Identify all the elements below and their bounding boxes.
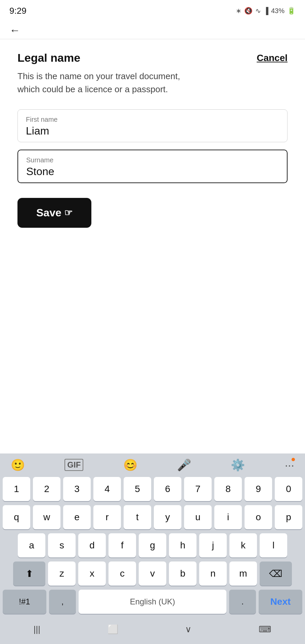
notification-dot — [292, 458, 295, 461]
gif-icon[interactable]: GIF — [64, 459, 83, 471]
key-s[interactable]: s — [48, 533, 76, 557]
comma-key[interactable]: , — [49, 590, 76, 614]
key-p[interactable]: p — [275, 505, 302, 529]
sym-key[interactable]: !#1 — [3, 590, 46, 614]
sticker-icon[interactable]: 🙂 — [11, 458, 25, 472]
page-description: This is the name on your travel document… — [17, 70, 192, 96]
battery-level: 43% — [271, 7, 285, 15]
key-c[interactable]: c — [108, 561, 136, 586]
key-d[interactable]: d — [78, 533, 106, 557]
wifi-icon: ∿ — [255, 7, 261, 15]
back-button[interactable]: ← — [9, 25, 20, 36]
key-0[interactable]: 0 — [275, 477, 302, 501]
surname-value: Stone — [26, 165, 54, 177]
next-label: Next — [270, 596, 291, 607]
key-u[interactable]: u — [184, 505, 212, 529]
mic-icon[interactable]: 🎤 — [177, 458, 191, 472]
key-j[interactable]: j — [199, 533, 227, 557]
key-m[interactable]: m — [229, 561, 257, 586]
key-k[interactable]: k — [229, 533, 257, 557]
key-a[interactable]: a — [18, 533, 45, 557]
cancel-button[interactable]: Cancel — [257, 51, 288, 63]
qwerty-row: q w e r t y u i o p — [3, 505, 302, 529]
key-v[interactable]: v — [139, 561, 166, 586]
content-area: Legal name Cancel This is the name on yo… — [0, 39, 305, 236]
status-time: 9:29 — [9, 6, 27, 16]
save-label: Save — [36, 207, 61, 219]
nav-keyboard-button[interactable]: ⌨ — [259, 624, 271, 635]
first-name-field[interactable]: First name Liam — [17, 109, 288, 142]
first-name-value: Liam — [26, 125, 49, 137]
key-o[interactable]: o — [245, 505, 272, 529]
nav-recents-button[interactable]: ∨ — [185, 624, 191, 635]
page-header: Legal name Cancel — [17, 51, 288, 64]
key-y[interactable]: y — [154, 505, 181, 529]
backspace-key[interactable]: ⌫ — [260, 561, 292, 586]
keyboard-rows: 1 2 3 4 5 6 7 8 9 0 q w e r t y u i o p … — [0, 475, 305, 586]
key-f[interactable]: f — [108, 533, 136, 557]
nav-bar: ← — [0, 20, 305, 39]
space-label: English (UK) — [130, 597, 175, 606]
signal-icon: ▐ — [264, 7, 268, 15]
key-8[interactable]: 8 — [214, 477, 242, 501]
surname-field[interactable]: Surname Stone — [17, 150, 288, 183]
key-r[interactable]: r — [93, 505, 121, 529]
bluetooth-icon: ∗ — [236, 7, 242, 15]
key-w[interactable]: w — [33, 505, 60, 529]
more-icon[interactable]: ··· — [285, 459, 294, 472]
keyboard: 🙂 GIF 😊 🎤 ⚙️ ··· 1 2 3 4 5 6 7 8 9 0 q w… — [0, 453, 305, 644]
key-9[interactable]: 9 — [245, 477, 272, 501]
period-key[interactable]: . — [229, 590, 256, 614]
emoji-icon[interactable]: 😊 — [123, 458, 137, 472]
form-fields: First name Liam Surname Stone — [17, 109, 288, 183]
cursor-icon: ☞ — [64, 207, 73, 218]
key-z[interactable]: z — [48, 561, 76, 586]
status-icons: ∗ 🔇 ∿ ▐ 43% 🔋 — [236, 7, 296, 15]
first-name-label: First name — [26, 116, 279, 123]
key-b[interactable]: b — [169, 561, 197, 586]
space-key[interactable]: English (UK) — [79, 590, 226, 614]
key-e[interactable]: e — [63, 505, 91, 529]
key-n[interactable]: n — [199, 561, 227, 586]
keyboard-bottom-row: !#1 , English (UK) . Next — [0, 590, 305, 617]
nav-back-gesture[interactable]: ||| — [34, 624, 40, 635]
key-3[interactable]: 3 — [63, 477, 91, 501]
period-label: . — [242, 597, 244, 606]
key-1[interactable]: 1 — [3, 477, 30, 501]
page-title: Legal name — [17, 51, 80, 64]
shift-key[interactable]: ⬆ — [13, 561, 45, 586]
key-x[interactable]: x — [78, 561, 106, 586]
key-7[interactable]: 7 — [184, 477, 212, 501]
comma-label: , — [61, 597, 64, 606]
nav-home-button[interactable]: ⬜ — [107, 624, 118, 635]
battery-icon: 🔋 — [287, 7, 296, 15]
next-key[interactable]: Next — [259, 590, 302, 614]
key-2[interactable]: 2 — [33, 477, 60, 501]
keyboard-toolbar: 🙂 GIF 😊 🎤 ⚙️ ··· — [0, 453, 305, 475]
zxcv-row: ⬆ z x c v b n m ⌫ — [3, 561, 302, 586]
key-h[interactable]: h — [169, 533, 197, 557]
key-4[interactable]: 4 — [93, 477, 121, 501]
status-bar: 9:29 ∗ 🔇 ∿ ▐ 43% 🔋 — [0, 0, 305, 20]
key-6[interactable]: 6 — [154, 477, 181, 501]
save-button[interactable]: Save ☞ — [17, 198, 91, 228]
key-t[interactable]: t — [124, 505, 151, 529]
number-row: 1 2 3 4 5 6 7 8 9 0 — [3, 477, 302, 501]
sym-label: !#1 — [19, 597, 30, 606]
system-nav: ||| ⬜ ∨ ⌨ — [0, 617, 305, 644]
key-i[interactable]: i — [214, 505, 242, 529]
mute-icon: 🔇 — [244, 7, 253, 15]
key-l[interactable]: l — [260, 533, 287, 557]
key-5[interactable]: 5 — [124, 477, 151, 501]
key-q[interactable]: q — [3, 505, 30, 529]
asdf-row: a s d f g h j k l — [3, 533, 302, 557]
key-g[interactable]: g — [139, 533, 166, 557]
surname-label: Surname — [26, 156, 279, 164]
settings-icon[interactable]: ⚙️ — [231, 458, 245, 472]
